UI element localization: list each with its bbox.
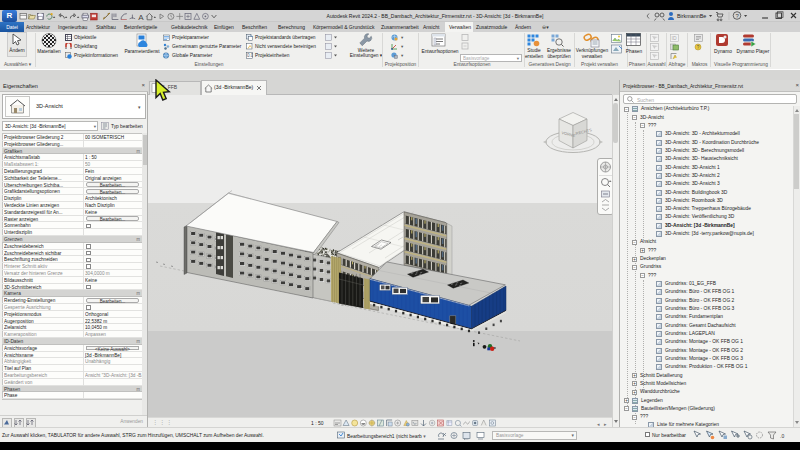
svg-text:.0: .0 — [780, 433, 784, 439]
svg-text:A: A — [138, 13, 144, 22]
svg-text:ID: ID — [672, 35, 677, 41]
svg-text:0.0: 0.0 — [247, 53, 253, 58]
svg-text:BirkmannBe: BirkmannBe — [677, 13, 706, 19]
svg-text:?: ? — [736, 13, 740, 19]
